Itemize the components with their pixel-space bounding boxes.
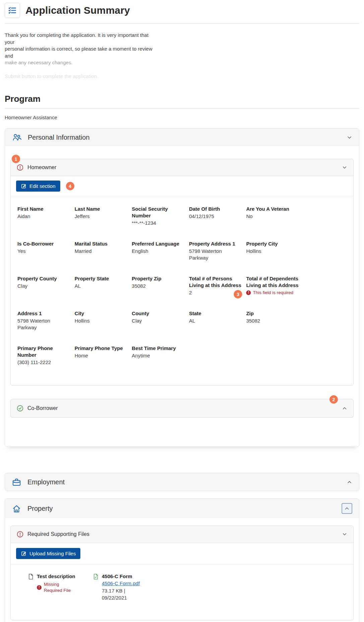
intro-line: Thank you for completing the application… <box>5 32 155 46</box>
error-dot-icon: ! <box>37 585 42 590</box>
property-header[interactable]: Property <box>5 499 359 518</box>
field-primary-phone: Primary Phone Number (303) 111-2222 <box>17 345 70 366</box>
field-label: Zip <box>246 310 299 317</box>
coborrower-title: Co-Borrower <box>27 405 58 411</box>
homeowner-card: 1 Homeowner <box>10 159 354 386</box>
alert-circle-icon <box>17 164 23 171</box>
empty-cell <box>189 345 241 366</box>
briefcase-icon <box>12 478 21 486</box>
field-label: Preferred Language <box>132 240 185 247</box>
page-header: Application Summary <box>5 3 359 18</box>
chevron-down-icon[interactable] <box>342 532 347 537</box>
personal-information-header[interactable]: Personal Information <box>5 129 359 146</box>
field-property-county: Property County Clay <box>17 275 70 296</box>
section-title-employment: Employment <box>27 478 65 486</box>
annotation-badge-1: 1 <box>12 155 20 163</box>
employment-panel: Employment <box>5 473 359 491</box>
employment-header[interactable]: Employment <box>5 473 359 491</box>
field-value: Married <box>75 248 127 255</box>
field-value: (303) 111-2222 <box>17 359 70 366</box>
field-label: Are You A Veteran <box>246 206 299 212</box>
field-value: English <box>132 248 185 255</box>
chevron-down-icon[interactable] <box>347 135 352 140</box>
field-is-coborrower: Is Co-Borrower Yes <box>17 240 70 261</box>
field-value: 5798 Waterton Parkway <box>17 318 70 331</box>
file-description: Test description <box>37 573 78 580</box>
field-address1: Address 1 5798 Waterton Parkway <box>17 310 70 331</box>
field-value: Home <box>75 352 127 359</box>
field-label: Property Address 1 <box>189 240 241 247</box>
edit-section-button[interactable]: Edit section <box>16 181 60 192</box>
file-download-link[interactable]: 4506-C Form.pdf <box>102 580 140 587</box>
intro-line: make any necessary changes. <box>5 59 155 66</box>
people-icon <box>12 133 22 142</box>
field-total-dependents: Total # of Dependents Living at this Add… <box>246 275 299 296</box>
field-value: 35082 <box>132 283 185 289</box>
field-value: Hollins <box>246 248 299 255</box>
annotation-badge-3: 3 <box>234 290 242 298</box>
annotation-badge-4: 4 <box>66 182 74 190</box>
missing-required-file: ! Missing Required File <box>37 581 78 594</box>
file-date: 09/22/2021 <box>102 594 140 601</box>
homeowner-title: Homeowner <box>27 164 56 170</box>
chevron-up-icon[interactable] <box>342 406 347 411</box>
field-ssn: Social Security Number ***-**-1234 <box>132 206 185 226</box>
intro-paragraph: Thank you for completing the application… <box>5 32 155 80</box>
field-phone-type: Primary Phone Type Home <box>75 345 127 366</box>
field-marital-status: Marital Status Married <box>75 240 127 261</box>
upload-missing-files-button[interactable]: Upload Missing Files <box>16 548 80 559</box>
field-label: City <box>75 310 127 317</box>
required-files-header[interactable]: Required Supporting Files <box>11 526 353 543</box>
field-preferred-language: Preferred Language English <box>132 240 185 261</box>
intro-line: personal information is correct, so plea… <box>5 46 155 59</box>
alert-circle-icon <box>17 531 23 538</box>
field-label: Property Zip <box>132 275 185 282</box>
program-value: Homeowner Assistance <box>5 115 359 120</box>
field-property-city: Property City Hollins <box>246 240 299 261</box>
homeowner-edit-row: Edit section 4 <box>11 176 353 196</box>
chevron-down-icon[interactable] <box>342 165 347 170</box>
check-circle-icon <box>17 405 23 412</box>
field-label: Total # of Persons Living at this Addres… <box>189 275 241 289</box>
field-property-address1: Property Address 1 5798 Waterton Parkway <box>189 240 241 261</box>
section-title-personal: Personal Information <box>28 134 90 141</box>
field-label: Property City <box>246 240 299 247</box>
field-city: City Hollins <box>75 310 127 331</box>
field-value: Aidan <box>17 213 70 220</box>
empty-cell <box>246 345 299 366</box>
homeowner-fields-grid: First Name Aidan Last Name Jeffers Socia… <box>17 206 299 385</box>
field-property-zip: Property Zip 35082 <box>132 275 185 296</box>
annotation-badge-2: 2 <box>330 395 338 404</box>
personal-information-panel: Personal Information 1 Homeowner <box>5 128 359 447</box>
document-check-icon <box>93 573 98 580</box>
field-first-name: First Name Aidan <box>17 206 70 226</box>
property-panel: Property Required Supporting Files <box>5 498 359 622</box>
coborrower-header[interactable]: Co-Borrower 2 <box>10 399 354 418</box>
chevron-up-icon-focused[interactable] <box>342 503 352 514</box>
section-title-property: Property <box>27 505 53 512</box>
field-value: Jeffers <box>75 213 127 220</box>
field-label: Property State <box>75 275 127 282</box>
field-value: Clay <box>132 318 185 324</box>
file-size: 73.17 KB | <box>102 587 140 594</box>
field-property-state: Property State AL <box>75 275 127 296</box>
intro-line-faded: Submit button to complete the applicatio… <box>5 73 155 80</box>
file-description-entry: Test description ! Missing Required File <box>28 573 78 601</box>
property-body: Required Supporting Files Upload Missing… <box>5 518 359 622</box>
form-name: 4506-C Form <box>102 573 140 580</box>
field-label: Date Of Birth <box>189 206 241 212</box>
edit-icon <box>21 551 26 556</box>
field-label: Last Name <box>75 206 127 212</box>
program-heading: Program <box>5 94 359 104</box>
field-label: State <box>189 310 241 317</box>
field-state: State AL <box>189 310 241 331</box>
field-label: Primary Phone Number <box>17 345 70 358</box>
field-veteran: Are You A Veteran No <box>246 206 299 226</box>
field-value: AL <box>189 318 241 324</box>
required-files-title: Required Supporting Files <box>27 531 89 537</box>
homeowner-header[interactable]: Homeowner <box>11 159 353 176</box>
field-label: Marital Status <box>75 240 127 247</box>
field-label: Best Time Primary <box>132 345 185 352</box>
chevron-up-icon[interactable] <box>347 479 352 485</box>
field-value: Clay <box>17 283 70 289</box>
